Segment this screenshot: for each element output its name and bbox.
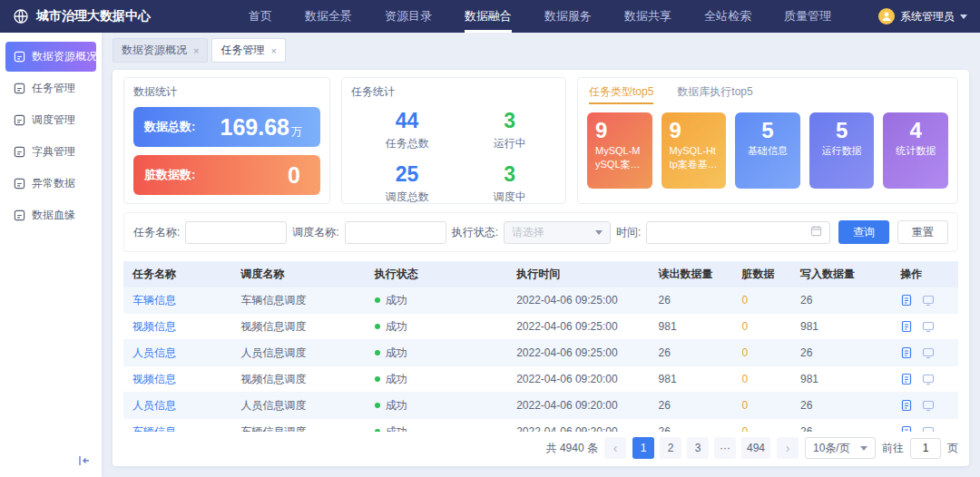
monitor-icon[interactable] [922,373,935,385]
app-title: 城市治理大数据中心 [36,8,151,24]
nav-item[interactable]: 数据服务 [544,0,592,33]
table-row[interactable]: 视频信息 视频信息调度 成功 2022-04-06 09:20:00 981 0… [123,366,958,393]
nav-item[interactable]: 全站检索 [704,0,751,33]
nav-item[interactable]: 数据共享 [624,0,671,33]
schedule-cell: 视频信息调度 [232,314,366,340]
log-icon[interactable] [900,320,913,333]
chevron-down-icon [860,446,867,451]
sidebar-item-label: 数据血缘 [32,208,75,223]
content-tab[interactable]: 任务管理 × [211,38,285,63]
task-table: 任务名称调度名称执行状态执行时间读出数据量脏数据写入数据量操作 车辆信息 车辆信… [123,261,958,432]
sidebar-item[interactable]: 异常数据 [5,169,96,199]
task-link[interactable]: 车辆信息 [132,425,176,433]
read-cell: 26 [650,419,733,433]
task-link[interactable]: 视频信息 [132,320,176,333]
monitor-icon[interactable] [922,320,935,333]
page-size-select[interactable]: 10条/页 [805,437,876,459]
page-button[interactable]: 1 [632,437,654,459]
jump-page-input[interactable] [910,438,941,459]
log-icon[interactable] [900,399,913,412]
top5-tab[interactable]: 数据库执行top5 [677,84,752,104]
tab-bar: 数据资源概况 × 任务管理 × [102,33,980,63]
chevron-down-icon [595,230,603,235]
task-link[interactable]: 视频信息 [132,373,176,385]
row-actions [900,340,949,365]
abnormal-data-icon [14,178,25,190]
collapse-sidebar-icon[interactable] [78,454,91,470]
task-name-input[interactable] [185,221,287,244]
jump-label: 前往 [882,441,904,456]
sidebar-item[interactable]: 任务管理 [5,73,96,103]
page-button[interactable]: 2 [660,437,681,459]
reset-button[interactable]: 重置 [897,220,948,244]
nav-item[interactable]: 首页 [249,0,272,33]
top5-tabs: 任务类型top5 数据库执行top5 [587,84,948,104]
table-row[interactable]: 人员信息 人员信息调度 成功 2022-04-06 09:20:00 26 0 … [123,393,958,419]
prev-page-button[interactable]: ‹ [604,437,626,459]
task-link[interactable]: 人员信息 [132,346,176,359]
monitor-icon[interactable] [922,399,935,412]
sidebar-item[interactable]: 数据资源概况 [5,42,96,72]
filter-bar: 任务名称: 调度名称: 执行状态: 请选择 时间: [123,212,958,252]
page-button[interactable]: 3 [687,437,709,459]
table-row[interactable]: 人员信息 人员信息调度 成功 2022-04-06 09:25:00 26 0 … [123,340,958,366]
sidebar-menu: 数据资源概况 任务管理 [0,42,102,230]
task-stat: 3 调度中 [463,162,556,205]
nav-item[interactable]: 资源目录 [385,0,432,33]
data-stat-cards: 数据总数: 169.68万 脏数据数: 0 [133,107,320,195]
nav-item[interactable]: 数据全景 [305,0,352,33]
log-icon[interactable] [900,294,913,307]
nav-item[interactable]: 数据融合 [465,0,512,33]
stat-value: 169.68万 [220,114,302,141]
user-menu[interactable]: 系统管理员 [878,8,967,24]
log-icon[interactable] [900,346,913,359]
content-tab[interactable]: 数据资源概况 × [113,38,208,63]
next-page-button[interactable]: › [777,437,799,459]
time-cell: 2022-04-06 09:25:00 [507,340,649,366]
time-cell: 2022-04-06 09:20:00 [507,366,649,393]
status-select-placeholder: 请选择 [512,225,544,240]
top5-card-label: 运行数据 [818,144,867,157]
read-cell: 26 [650,287,733,314]
row-actions [900,314,949,339]
top5-card-value: 9 [595,119,644,142]
page-button[interactable]: ··· [714,437,736,459]
schedule-name-input[interactable] [345,221,446,244]
status-cell: 成功 [366,366,507,393]
read-cell: 26 [650,340,733,366]
table-row[interactable]: 车辆信息 车辆信息调度 成功 2022-04-06 09:25:00 26 0 … [123,287,958,314]
task-stat: 44 任务总数 [351,109,463,151]
sidebar-item[interactable]: 数据血缘 [5,200,96,230]
schedule-name-label: 调度名称: [292,225,338,240]
row-actions [900,287,949,313]
nav-item[interactable]: 质量管理 [784,0,831,33]
sidebar-item[interactable]: 字典管理 [5,137,96,167]
page-button[interactable]: 494 [741,437,770,459]
task-link[interactable]: 人员信息 [132,399,176,412]
task-link[interactable]: 车辆信息 [132,294,176,307]
sidebar-item[interactable]: 调度管理 [5,105,96,135]
monitor-icon[interactable] [922,425,935,432]
top5-card-label: 统计数据 [891,144,940,157]
top5-tab[interactable]: 任务类型top5 [589,84,653,104]
write-cell: 981 [791,314,891,340]
table-row[interactable]: 车辆信息 车辆信息调度 成功 2022-04-06 09:20:00 26 0 … [123,419,958,433]
close-icon[interactable]: × [193,45,199,56]
row-actions [900,419,949,432]
time-input[interactable] [646,221,830,244]
sidebar: 数据资源概况 任务管理 [0,33,102,477]
task-icon [14,83,25,94]
task-stat-label: 调度中 [463,190,556,205]
sidebar-item-label: 任务管理 [32,81,75,96]
time-cell: 2022-04-06 09:20:00 [507,419,649,433]
status-select[interactable]: 请选择 [504,221,611,244]
monitor-icon[interactable] [922,294,935,307]
close-icon[interactable]: × [270,45,276,56]
log-icon[interactable] [900,425,913,432]
search-button[interactable]: 查询 [838,220,889,244]
monitor-icon[interactable] [922,346,935,359]
log-icon[interactable] [900,373,913,385]
table-row[interactable]: 视频信息 视频信息调度 成功 2022-04-06 09:25:00 981 0… [123,314,958,340]
chevron-down-icon [960,15,967,19]
main-content: 数据资源概况 × 任务管理 × 数据统计 [102,33,980,477]
